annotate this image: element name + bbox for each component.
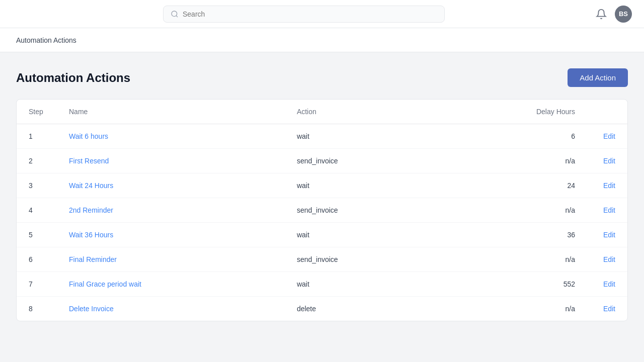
cell-edit: Edit [587,223,627,247]
cell-step: 1 [17,124,57,149]
search-icon [171,10,179,18]
add-action-button[interactable]: Add Action [568,68,628,87]
table-row: 2First Resendsend_invoicen/aEdit [17,149,627,173]
col-step: Step [17,100,57,124]
cell-step: 6 [17,247,57,272]
cell-edit: Edit [587,297,627,321]
cell-step: 3 [17,173,57,198]
automation-actions-table: Step Name Action Delay Hours 1Wait 6 hou… [17,100,627,321]
svg-line-1 [176,16,178,17]
edit-link[interactable]: Edit [603,305,615,313]
edit-link[interactable]: Edit [603,231,615,239]
col-action: Action [285,100,439,124]
top-nav: BS [0,0,644,28]
cell-name[interactable]: 2nd Reminder [57,198,285,223]
cell-action: send_invoice [285,149,439,173]
cell-name[interactable]: Final Reminder [57,247,285,272]
edit-link[interactable]: Edit [603,280,615,288]
bell-icon[interactable] [596,9,607,20]
col-delay-hours: Delay Hours [439,100,587,124]
col-edit [587,100,627,124]
table-row: 6Final Remindersend_invoicen/aEdit [17,247,627,272]
table-container: Step Name Action Delay Hours 1Wait 6 hou… [16,99,628,321]
cell-action: wait [285,272,439,297]
search-container [163,6,445,23]
avatar[interactable]: BS [615,6,632,23]
table-row: 5Wait 36 Hourswait36Edit [17,223,627,247]
breadcrumb: Automation Actions [16,36,76,44]
cell-delay-hours: 36 [439,223,587,247]
cell-action: wait [285,223,439,247]
edit-link[interactable]: Edit [603,132,615,140]
edit-link[interactable]: Edit [603,182,615,190]
breadcrumb-bar: Automation Actions [0,28,644,52]
cell-edit: Edit [587,124,627,149]
cell-name[interactable]: First Resend [57,149,285,173]
cell-edit: Edit [587,272,627,297]
main-content: Automation Actions Add Action Step Name … [0,52,644,362]
search-input[interactable] [183,10,437,18]
cell-delay-hours: n/a [439,297,587,321]
cell-name[interactable]: Final Grace period wait [57,272,285,297]
table-row: 1Wait 6 hourswait6Edit [17,124,627,149]
cell-name[interactable]: Delete Invoice [57,297,285,321]
table-header-row: Step Name Action Delay Hours [17,100,627,124]
cell-name[interactable]: Wait 24 Hours [57,173,285,198]
cell-name[interactable]: Wait 36 Hours [57,223,285,247]
cell-action: wait [285,124,439,149]
col-name: Name [57,100,285,124]
cell-edit: Edit [587,247,627,272]
cell-delay-hours: n/a [439,247,587,272]
table-row: 42nd Remindersend_invoicen/aEdit [17,198,627,223]
search-wrapper [163,6,445,23]
cell-step: 7 [17,272,57,297]
edit-link[interactable]: Edit [603,157,615,165]
cell-edit: Edit [587,173,627,198]
nav-right: BS [596,6,632,23]
svg-point-0 [172,11,177,17]
table-row: 8Delete Invoicedeleten/aEdit [17,297,627,321]
cell-name[interactable]: Wait 6 hours [57,124,285,149]
cell-delay-hours: 6 [439,124,587,149]
page-title: Automation Actions [16,71,130,85]
cell-edit: Edit [587,149,627,173]
cell-action: send_invoice [285,247,439,272]
cell-delay-hours: n/a [439,198,587,223]
edit-link[interactable]: Edit [603,255,615,263]
cell-step: 2 [17,149,57,173]
cell-delay-hours: n/a [439,149,587,173]
table-row: 7Final Grace period waitwait552Edit [17,272,627,297]
cell-edit: Edit [587,198,627,223]
cell-delay-hours: 552 [439,272,587,297]
cell-action: wait [285,173,439,198]
cell-delay-hours: 24 [439,173,587,198]
cell-action: send_invoice [285,198,439,223]
table-row: 3Wait 24 Hourswait24Edit [17,173,627,198]
edit-link[interactable]: Edit [603,206,615,214]
table-body: 1Wait 6 hourswait6Edit2First Resendsend_… [17,124,627,321]
cell-step: 4 [17,198,57,223]
cell-step: 5 [17,223,57,247]
cell-action: delete [285,297,439,321]
page-header: Automation Actions Add Action [16,68,628,87]
cell-step: 8 [17,297,57,321]
